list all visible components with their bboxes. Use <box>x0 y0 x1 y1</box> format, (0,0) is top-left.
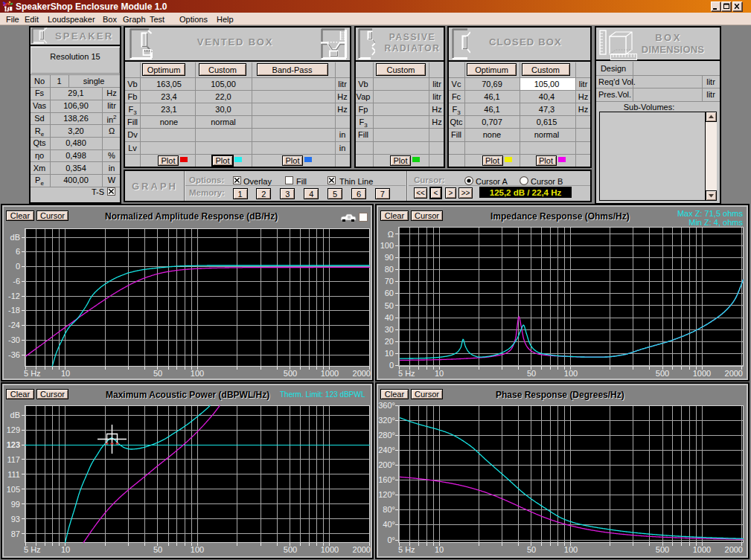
svg-text:93: 93 <box>11 515 20 524</box>
svg-text:5 Hz: 5 Hz <box>24 369 41 378</box>
svg-text:50: 50 <box>153 369 162 378</box>
svg-text:2000: 2000 <box>725 369 743 378</box>
svg-text:105: 105 <box>7 485 20 494</box>
svg-text:100: 100 <box>191 369 204 378</box>
svg-text:5 Hz: 5 Hz <box>24 545 41 554</box>
svg-text:0°: 0° <box>387 535 395 544</box>
svg-text:40: 40 <box>385 313 394 322</box>
svg-text:dB: dB <box>10 233 20 242</box>
svg-text:87: 87 <box>11 530 20 538</box>
svg-text:10: 10 <box>435 369 444 378</box>
svg-text:20: 20 <box>385 337 394 346</box>
svg-text:129: 129 <box>7 425 20 434</box>
svg-text:2000: 2000 <box>725 545 743 554</box>
svg-text:200°: 200° <box>378 460 395 469</box>
svg-text:-18: -18 <box>8 306 20 315</box>
svg-text:90: 90 <box>385 253 394 262</box>
svg-text:240°: 240° <box>378 445 395 454</box>
svg-text:2000: 2000 <box>353 545 371 554</box>
svg-text:1000: 1000 <box>693 369 711 378</box>
svg-text:117: 117 <box>7 455 20 464</box>
svg-text:-24: -24 <box>8 321 20 329</box>
svg-text:160°: 160° <box>378 475 395 484</box>
svg-text:10: 10 <box>61 369 70 378</box>
svg-text:100: 100 <box>191 545 204 554</box>
svg-text:dB: dB <box>10 411 20 419</box>
svg-text:500: 500 <box>284 369 297 378</box>
svg-text:50: 50 <box>527 545 536 554</box>
svg-text:500: 500 <box>656 545 669 554</box>
svg-text:100: 100 <box>564 369 578 378</box>
svg-text:1000: 1000 <box>321 369 339 378</box>
svg-text:123: 123 <box>7 440 20 449</box>
svg-text:-6: -6 <box>13 277 20 286</box>
svg-text:99: 99 <box>11 500 20 509</box>
svg-text:0: 0 <box>16 262 20 271</box>
svg-text:6: 6 <box>16 247 20 256</box>
svg-text:70: 70 <box>385 277 394 286</box>
svg-text:-12: -12 <box>8 292 20 300</box>
svg-text:80: 80 <box>385 265 394 274</box>
svg-text:80°: 80° <box>383 505 395 514</box>
svg-text:50: 50 <box>385 301 394 310</box>
svg-text:5 Hz: 5 Hz <box>398 369 415 378</box>
svg-text:2000: 2000 <box>353 369 371 378</box>
svg-text:50: 50 <box>153 545 162 554</box>
svg-text:500: 500 <box>656 369 669 378</box>
svg-text:280°: 280° <box>378 431 395 440</box>
svg-text:40°: 40° <box>383 520 395 529</box>
svg-text:10: 10 <box>61 545 70 554</box>
svg-text:-30: -30 <box>8 335 20 344</box>
svg-text:30: 30 <box>385 325 394 334</box>
svg-text:120°: 120° <box>378 490 395 499</box>
svg-text:360°: 360° <box>378 401 395 410</box>
svg-text:5 Hz: 5 Hz <box>398 545 415 554</box>
svg-text:10: 10 <box>435 545 444 554</box>
svg-text:10: 10 <box>385 349 394 358</box>
svg-text:320°: 320° <box>378 416 395 425</box>
svg-text:Ω: Ω <box>388 230 394 239</box>
svg-text:111: 111 <box>7 470 20 479</box>
svg-text:1000: 1000 <box>321 545 339 554</box>
svg-text:0: 0 <box>389 361 394 370</box>
svg-text:60: 60 <box>385 289 394 297</box>
svg-text:50: 50 <box>527 369 536 378</box>
svg-text:-36: -36 <box>8 350 20 359</box>
svg-text:100: 100 <box>564 545 578 554</box>
svg-text:500: 500 <box>284 545 297 554</box>
svg-text:1000: 1000 <box>693 545 711 554</box>
svg-text:100: 100 <box>380 241 394 250</box>
